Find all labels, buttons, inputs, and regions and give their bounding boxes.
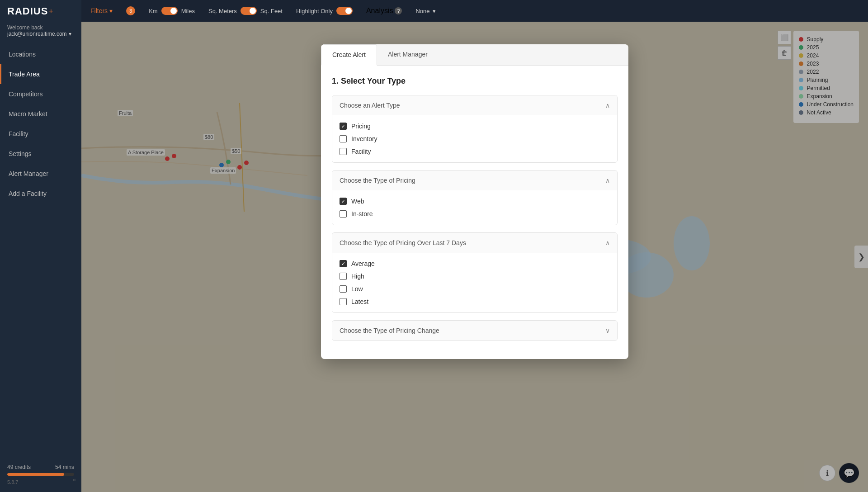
sidebar-item-locations[interactable]: Locations xyxy=(0,44,81,64)
checkbox-high-input[interactable] xyxy=(340,273,347,280)
map-area[interactable]: Fruita A Storage Place $80 $50 Expansion… xyxy=(81,22,868,492)
accordion-label-pricing-change: Choose the Type of Pricing Change xyxy=(340,327,439,334)
accordion-body-pricing-type: Web In-store xyxy=(332,190,617,225)
checkbox-web[interactable]: Web xyxy=(340,198,610,205)
chevron-down-icon xyxy=(605,327,610,334)
km-label: Km xyxy=(149,8,158,14)
sqm-sqft-toggle-group: Sq. Meters Sq. Feet xyxy=(208,7,283,15)
user-email[interactable]: jack@unionrealtime.com ▾ xyxy=(7,31,74,37)
checkbox-low-label: Low xyxy=(351,285,363,293)
logo-plus: + xyxy=(49,7,53,15)
accordion-label-alert-type: Choose an Alert Type xyxy=(340,102,400,109)
credits-fill xyxy=(7,473,64,476)
sq-feet-label: Sq. Feet xyxy=(260,8,283,14)
checkbox-in-store-label: In-store xyxy=(351,210,373,218)
checkbox-pricing[interactable]: Pricing xyxy=(340,123,610,130)
chevron-up-icon-2 xyxy=(605,177,610,184)
version-label: 5.8.7 xyxy=(7,479,74,485)
collapse-sidebar-button[interactable]: « xyxy=(73,477,76,483)
analysis-label: Analysis xyxy=(366,7,393,15)
chevron-down-icon: ▾ xyxy=(69,31,71,37)
credits-bar xyxy=(7,473,74,476)
checkbox-in-store[interactable]: In-store xyxy=(340,210,610,218)
filter-count-badge: 3 xyxy=(126,6,135,15)
sidebar-item-alert-manager[interactable]: Alert Manager xyxy=(0,164,81,184)
logo-area: RADIUS+ xyxy=(0,0,81,23)
checkbox-average-input[interactable] xyxy=(340,260,347,267)
checkbox-facility-label: Facility xyxy=(351,148,371,155)
checkbox-facility-input[interactable] xyxy=(340,148,347,155)
checkbox-average[interactable]: Average xyxy=(340,260,610,267)
filters-button[interactable]: Filters ▾ xyxy=(90,7,113,14)
accordion-header-alert-type[interactable]: Choose an Alert Type xyxy=(332,95,617,115)
highlight-only-toggle[interactable] xyxy=(336,7,353,15)
credits-label: 49 credits xyxy=(7,464,31,470)
checkbox-web-input[interactable] xyxy=(340,198,347,205)
tab-create-alert[interactable]: Create Alert xyxy=(321,44,377,66)
logo-text: RADIUS xyxy=(7,5,48,17)
tab-alert-manager[interactable]: Alert Manager xyxy=(377,44,439,65)
checkbox-inventory[interactable]: Inventory xyxy=(340,135,610,142)
accordion-label-pricing-period: Choose the Type of Pricing Over Last 7 D… xyxy=(340,239,466,246)
alert-modal: Create Alert Alert Manager 1. Select You… xyxy=(321,44,628,359)
sidebar-item-trade-area[interactable]: Trade Area xyxy=(0,64,81,84)
accordion-pricing-change: Choose the Type of Pricing Change xyxy=(332,320,618,341)
nav-items: Locations Trade Area Competitors Macro M… xyxy=(0,44,81,457)
accordion-label-pricing-type: Choose the Type of Pricing xyxy=(340,177,415,184)
analysis-group: Analysis ? xyxy=(366,7,402,15)
miles-label: Miles xyxy=(181,8,195,14)
chevron-up-icon-3 xyxy=(605,239,610,246)
accordion-header-pricing-change[interactable]: Choose the Type of Pricing Change xyxy=(332,321,617,341)
welcome-text: Welcome back xyxy=(7,24,74,31)
modal-tabs: Create Alert Alert Manager xyxy=(321,44,628,66)
sqm-sqft-toggle[interactable] xyxy=(241,7,257,15)
accordion-header-pricing-type[interactable]: Choose the Type of Pricing xyxy=(332,170,617,190)
checkbox-in-store-input[interactable] xyxy=(340,210,347,218)
checkbox-pricing-label: Pricing xyxy=(351,123,371,130)
accordion-body-alert-type: Pricing Inventory Facility xyxy=(332,115,617,162)
checkbox-average-label: Average xyxy=(351,260,375,267)
welcome-area: Welcome back jack@unionrealtime.com ▾ xyxy=(0,23,81,44)
accordion-body-pricing-period: Average High Low Latest xyxy=(332,253,617,312)
sidebar-item-competitors[interactable]: Competitors xyxy=(0,84,81,104)
modal-title: 1. Select Your Type xyxy=(332,76,618,86)
accordion-header-pricing-period[interactable]: Choose the Type of Pricing Over Last 7 D… xyxy=(332,233,617,253)
highlight-only-toggle-group: Highlight Only xyxy=(296,7,353,15)
checkbox-inventory-input[interactable] xyxy=(340,135,347,142)
checkbox-high-label: High xyxy=(351,273,364,280)
chevron-up-icon xyxy=(605,102,610,109)
modal-overlay: Create Alert Alert Manager 1. Select You… xyxy=(81,22,868,492)
checkbox-latest-input[interactable] xyxy=(340,298,347,305)
checkbox-pricing-input[interactable] xyxy=(340,123,347,130)
checkbox-low-input[interactable] xyxy=(340,285,347,293)
credits-row: 49 credits 54 mins xyxy=(7,464,74,470)
sidebar-item-facility[interactable]: Facility xyxy=(0,124,81,144)
km-miles-toggle[interactable] xyxy=(161,7,178,15)
checkbox-high[interactable]: High xyxy=(340,273,610,280)
checkbox-latest[interactable]: Latest xyxy=(340,298,610,305)
sq-meters-label: Sq. Meters xyxy=(208,8,237,14)
filter-dropdown-icon: ▾ xyxy=(109,7,113,14)
sidebar-item-settings[interactable]: Settings xyxy=(0,144,81,164)
highlight-only-label: Highlight Only xyxy=(296,8,333,14)
checkbox-inventory-label: Inventory xyxy=(351,135,377,142)
checkbox-latest-label: Latest xyxy=(351,298,368,305)
sidebar: RADIUS+ Welcome back jack@unionrealtime.… xyxy=(0,0,81,492)
checkbox-web-label: Web xyxy=(351,198,364,205)
checkbox-low[interactable]: Low xyxy=(340,285,610,293)
checkbox-facility[interactable]: Facility xyxy=(340,148,610,155)
km-miles-toggle-group: Km Miles xyxy=(149,7,195,15)
accordion-pricing-type: Choose the Type of Pricing Web In-store xyxy=(332,170,618,225)
analysis-dropdown[interactable]: None ▾ xyxy=(415,8,435,14)
sidebar-item-add-facility[interactable]: Add a Facility xyxy=(0,184,81,203)
sidebar-bottom: 49 credits 54 mins 5.8.7 xyxy=(0,457,81,492)
analysis-info-icon[interactable]: ? xyxy=(395,7,402,14)
modal-content: 1. Select Your Type Choose an Alert Type… xyxy=(321,66,628,359)
mins-label: 54 mins xyxy=(55,464,74,470)
accordion-alert-type: Choose an Alert Type Pricing Inventory xyxy=(332,95,618,163)
top-bar: Filters ▾ 3 Km Miles Sq. Meters Sq. Feet… xyxy=(81,0,868,22)
sidebar-item-macro-market[interactable]: Macro Market xyxy=(0,104,81,124)
accordion-pricing-period: Choose the Type of Pricing Over Last 7 D… xyxy=(332,232,618,313)
dropdown-chevron-icon: ▾ xyxy=(433,8,436,14)
